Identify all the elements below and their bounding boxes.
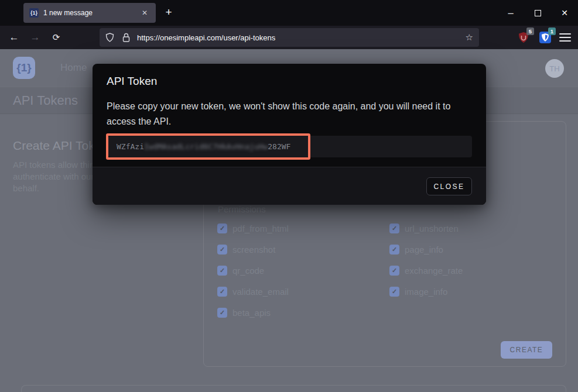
token-text-start: WZfAzi (117, 142, 144, 151)
permission-checkbox[interactable]: ✓ (217, 266, 227, 276)
permission-row: ✓ url_unshorten (389, 223, 459, 233)
permission-label[interactable]: pdf_from_html (232, 223, 289, 233)
permission-label[interactable]: qr_code (232, 266, 264, 276)
permission-row: ✓ qr_code (217, 265, 264, 276)
back-button[interactable]: ← (7, 30, 21, 44)
permission-checkbox[interactable]: ✓ (389, 223, 399, 233)
page-title: API Tokens (13, 93, 78, 108)
permission-label[interactable]: exchange_rate (405, 266, 463, 276)
menu-icon[interactable] (559, 33, 572, 42)
close-button[interactable]: CLOSE (426, 177, 472, 195)
browser-tab[interactable]: {1} 1 new message ✕ (23, 3, 156, 23)
window-minimize-button[interactable]: ─ (497, 0, 524, 26)
permission-row: ✓ screenshot (217, 244, 275, 255)
forward-button[interactable]: → (28, 30, 42, 44)
url-bar[interactable]: https://onesimpleapi.com/user/api-tokens… (100, 28, 479, 47)
bitwarden-badge: 1 (548, 27, 556, 35)
permission-row: ✓ image_info (389, 286, 447, 297)
permission-label[interactable]: beta_apis (232, 308, 271, 318)
permission-row: ✓ exchange_rate (389, 265, 463, 276)
url-text[interactable]: https://onesimpleapi.com/user/api-tokens (137, 33, 466, 42)
avatar[interactable]: TH (545, 59, 564, 78)
modal-message: Please copy your new token, we won't sho… (107, 99, 471, 129)
nav-item-home[interactable]: Home (60, 62, 87, 74)
next-card-edge (21, 385, 566, 392)
check-icon: ✓ (220, 246, 225, 253)
check-icon: ✓ (392, 267, 397, 274)
permission-checkbox[interactable]: ✓ (389, 266, 399, 276)
tab-favicon: {1} (29, 8, 39, 18)
description-line: behalf. (13, 183, 94, 194)
permission-label[interactable]: screenshot (232, 245, 275, 255)
browser-titlebar: {1} 1 new message ✕ + ─ ✕ (0, 0, 578, 26)
permission-label[interactable]: url_unshorten (405, 223, 459, 233)
token-text-masked: IwdMAsadLcrid6C7HkAvHnajuHw (144, 142, 268, 151)
tab-title: 1 new message (43, 9, 139, 17)
permission-label[interactable]: page_info (405, 245, 443, 255)
permissions-label: Permissions (218, 204, 266, 214)
ublock-badge: 5 (526, 27, 534, 35)
check-icon: ✓ (220, 288, 225, 295)
check-icon: ✓ (220, 310, 225, 316)
token-field[interactable]: WZfAziIwdMAsadLcrid6C7HkAvHnajuHw282WF (108, 136, 472, 157)
modal-title: API Token (107, 75, 157, 88)
description-line: API tokens allow thir (13, 159, 94, 171)
check-icon: ✓ (220, 267, 225, 274)
permission-row: ✓ page_info (389, 244, 443, 255)
permission-checkbox[interactable]: ✓ (217, 308, 227, 318)
check-icon: ✓ (392, 246, 397, 253)
check-icon: ✓ (392, 288, 397, 295)
browser-window: {1} 1 new message ✕ + ─ ✕ ← → ⟳ https://… (0, 0, 578, 392)
maximize-icon (535, 10, 541, 16)
create-button[interactable]: CREATE (501, 341, 552, 359)
bitwarden-extension-button[interactable]: 1 (539, 31, 552, 44)
permission-row: ✓ validate_email (217, 286, 289, 297)
create-section-description: API tokens allow thir authenticate with … (13, 159, 94, 194)
tracking-shield-icon (105, 33, 114, 42)
permission-checkbox[interactable]: ✓ (389, 245, 399, 255)
check-icon: ✓ (220, 225, 225, 232)
tab-close-icon[interactable]: ✕ (139, 8, 150, 18)
browser-toolbar: ← → ⟳ https://onesimpleapi.com/user/api-… (0, 26, 578, 49)
description-line: authenticate with our (13, 171, 94, 183)
permission-row: ✓ pdf_from_html (217, 223, 289, 233)
check-icon: ✓ (392, 225, 397, 232)
permission-checkbox[interactable]: ✓ (217, 223, 227, 233)
bookmark-star-icon[interactable]: ☆ (466, 32, 473, 43)
reload-button[interactable]: ⟳ (49, 30, 63, 44)
modal-footer: CLOSE (93, 167, 486, 205)
api-token-modal: API Token Please copy your new token, we… (93, 64, 486, 205)
token-text-end: 282WF (268, 142, 290, 151)
window-maximize-button[interactable] (524, 0, 551, 26)
ublock-extension-button[interactable]: 5 (517, 31, 530, 44)
permission-checkbox[interactable]: ✓ (217, 287, 227, 297)
permission-checkbox[interactable]: ✓ (217, 245, 227, 255)
permission-row: ✓ beta_apis (217, 307, 271, 318)
lock-icon (122, 33, 130, 42)
window-close-button[interactable]: ✕ (551, 0, 578, 26)
permission-label[interactable]: validate_email (232, 287, 289, 297)
permission-label[interactable]: image_info (405, 287, 447, 297)
new-tab-button[interactable]: + (162, 6, 176, 20)
permission-checkbox[interactable]: ✓ (389, 287, 399, 297)
site-logo[interactable]: {1} (13, 57, 35, 79)
window-controls: ─ ✕ (497, 0, 578, 26)
